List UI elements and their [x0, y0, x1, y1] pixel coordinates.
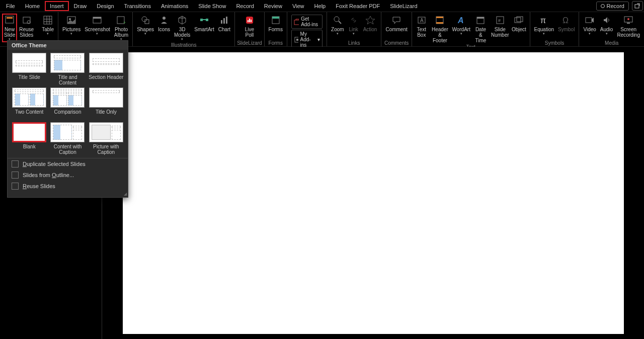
comment-button[interactable]: Comment: [383, 14, 409, 33]
svg-rect-30: [294, 20, 299, 25]
link-button[interactable]: Link ▾: [346, 14, 361, 37]
reuse-slides-item[interactable]: Reuse Slides: [8, 181, 128, 192]
svg-rect-22: [223, 18, 225, 24]
layout-title-slide[interactable]: Title Slide: [11, 53, 48, 86]
reuse-slides-button[interactable]: Reuse Slides: [17, 14, 36, 39]
tab-transitions[interactable]: Transitions: [119, 1, 156, 11]
screen-recording-label: Screen Recording: [617, 27, 640, 38]
layout-picture-caption[interactable]: Picture with Caption: [88, 122, 125, 155]
group-slidelizard-label: SlideLizard: [237, 40, 262, 46]
slides-from-outline-item[interactable]: Slides from Outline...: [8, 170, 128, 181]
layout-section-header[interactable]: Section Header: [88, 53, 125, 86]
store-icon: [294, 18, 299, 25]
tab-draw[interactable]: Draw: [69, 1, 92, 11]
chevron-down-icon: ▾: [337, 32, 339, 36]
textbox-button[interactable]: A Text Box: [414, 14, 429, 39]
tab-file[interactable]: File: [1, 1, 20, 11]
tab-home[interactable]: Home: [20, 1, 45, 11]
slidenumber-button[interactable]: # Slide Number: [490, 14, 510, 39]
new-slide-button[interactable]: New Slide ▾: [2, 14, 17, 42]
group-media: Video ▾ Audio ▾ Screen Recording Media: [579, 12, 644, 46]
tab-insert[interactable]: Insert: [45, 1, 69, 11]
my-addins-label: My Add-ins: [300, 31, 315, 48]
group-media-label: Media: [605, 40, 618, 46]
share-button[interactable]: [632, 1, 643, 11]
table-button[interactable]: Table ▾: [40, 14, 56, 37]
object-button[interactable]: Object: [510, 14, 528, 33]
symbol-button[interactable]: Ω Symbol: [556, 14, 577, 33]
audio-button[interactable]: Audio ▾: [598, 14, 615, 37]
header-footer-button[interactable]: Header & Footer: [429, 14, 451, 44]
duplicate-slides-item[interactable]: Duplicate Selected Slides: [8, 158, 128, 170]
chevron-down-icon: ▾: [543, 32, 545, 36]
live-poll-button[interactable]: Live Poll: [242, 14, 257, 39]
svg-rect-38: [436, 17, 443, 18]
slide-canvas[interactable]: [123, 52, 624, 334]
chevron-down-icon: ▾: [144, 32, 146, 36]
group-comments: Comment Comments: [381, 12, 412, 46]
screen-recording-button[interactable]: Screen Recording: [615, 14, 642, 39]
photo-album-button[interactable]: + Photo Album ▾: [112, 14, 130, 42]
table-icon: [42, 15, 53, 26]
tab-slideshow[interactable]: Slide Show: [193, 1, 231, 11]
layout-label: Blank: [23, 144, 36, 155]
svg-rect-52: [627, 23, 630, 24]
datetime-button[interactable]: Date & Time: [471, 14, 490, 44]
tab-animations[interactable]: Animations: [156, 1, 193, 11]
cube-icon: [177, 15, 188, 26]
wordart-button[interactable]: A WordArt ▾: [451, 14, 471, 37]
action-label: Action: [363, 27, 377, 32]
forms-button[interactable]: Forms: [267, 14, 285, 33]
layout-two-content[interactable]: Two Content: [11, 88, 48, 120]
group-links-label: Links: [348, 40, 360, 46]
icons-button[interactable]: Icons: [156, 14, 172, 33]
svg-rect-3: [23, 17, 30, 23]
textbox-label: Text Box: [417, 27, 426, 38]
layout-comparison[interactable]: Comparison: [49, 88, 86, 120]
screenshot-button[interactable]: Screenshot ▾: [83, 14, 112, 37]
shapes-icon: [140, 15, 151, 26]
tab-slidelizard[interactable]: SlideLizard: [385, 1, 422, 11]
svg-text:π: π: [540, 16, 546, 25]
shapes-button[interactable]: Shapes ▾: [135, 14, 156, 37]
equation-button[interactable]: π Equation ▾: [532, 14, 556, 37]
zoom-button[interactable]: Zoom ▾: [329, 14, 346, 37]
live-poll-icon: [244, 15, 255, 26]
layout-content-caption[interactable]: Content with Caption: [49, 122, 86, 155]
layout-label: Two Content: [15, 109, 43, 120]
chevron-down-icon: ▾: [181, 37, 183, 41]
chart-icon: [219, 15, 230, 26]
chart-button[interactable]: Chart: [216, 14, 232, 33]
wordart-icon: A: [456, 15, 467, 26]
equation-icon: π: [538, 15, 549, 26]
tab-foxit[interactable]: Foxit Reader PDF: [331, 1, 385, 11]
layout-thumb: [50, 88, 85, 108]
tab-review[interactable]: Review: [259, 1, 287, 11]
chart-label: Chart: [218, 27, 230, 32]
group-forms-label: Forms: [269, 40, 283, 46]
layout-grid: Title Slide Title and Content Section He…: [8, 50, 128, 158]
svg-rect-21: [221, 20, 222, 24]
layout-title-content[interactable]: Title and Content: [49, 53, 86, 86]
tab-design[interactable]: Design: [92, 1, 119, 11]
smartart-button[interactable]: SmartArt: [192, 14, 216, 33]
action-button[interactable]: Action: [361, 14, 379, 33]
record-button[interactable]: Record: [596, 2, 629, 11]
resize-grip[interactable]: ◢: [8, 192, 128, 197]
tab-help[interactable]: Help: [309, 1, 331, 11]
pictures-button[interactable]: Pictures ▾: [60, 14, 83, 37]
share-icon: [634, 3, 640, 9]
get-addins-button[interactable]: Get Add-ins: [291, 15, 323, 29]
layout-blank[interactable]: Blank: [11, 122, 48, 155]
tab-view[interactable]: View: [287, 1, 309, 11]
3d-models-button[interactable]: 3D Models ▾: [172, 14, 192, 42]
symbol-icon: Ω: [561, 15, 572, 26]
svg-line-34: [339, 21, 341, 24]
layout-thumb: [12, 88, 46, 108]
layout-label: Title Slide: [18, 74, 40, 86]
video-button[interactable]: Video ▾: [581, 14, 598, 37]
menu-tabs: File Home Insert Draw Design Transitions…: [1, 1, 423, 11]
tab-record[interactable]: Record: [231, 1, 259, 11]
layout-title-only[interactable]: Title Only: [88, 88, 125, 120]
layout-label: Section Header: [89, 74, 123, 86]
